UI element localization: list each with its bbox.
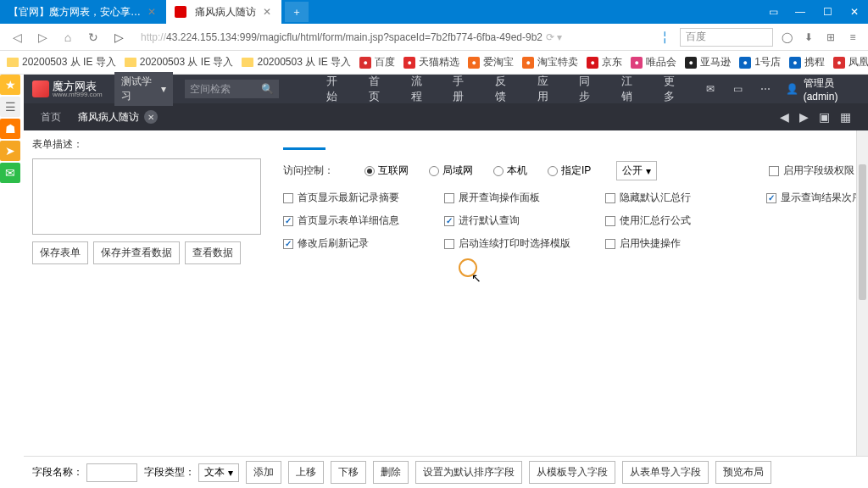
view-data-button[interactable]: 查看数据 [185, 241, 241, 264]
bookmark-item[interactable]: 20200503 从 IE 导入 [7, 55, 116, 69]
browser-tab-0[interactable]: 【官网】魔方网表，安心享… ✕ [0, 0, 166, 24]
layout-a-icon[interactable]: ▣ [819, 110, 830, 124]
subtab-form[interactable]: 痛风病人随访 ✕ [78, 103, 158, 130]
next-icon[interactable]: ▶ [799, 110, 809, 124]
bookmark-item[interactable]: ●唯品会 [631, 55, 676, 69]
nav-item[interactable]: 江销 [611, 75, 650, 103]
url-input[interactable]: http:// 43.224.155.134:999/magicflu/html… [134, 28, 649, 47]
chat-icon[interactable]: ⋯ [759, 81, 772, 97]
grid-icon[interactable]: ⊞ [822, 29, 839, 46]
window-note-icon[interactable]: ▭ [760, 0, 787, 24]
stop-icon[interactable]: ▷ [108, 27, 129, 47]
access-radio[interactable]: 指定IP [548, 164, 591, 178]
access-radio[interactable]: 局域网 [429, 164, 473, 178]
footer-button[interactable]: 上移 [288, 461, 324, 484]
vertical-scrollbar[interactable] [856, 130, 868, 456]
option-checkbox[interactable]: 首页显示最新记录摘要 [283, 191, 427, 205]
bookmark-item[interactable]: ●京东 [587, 55, 622, 69]
site-icon: ● [403, 57, 415, 69]
footer-button[interactable]: 设置为默认排序字段 [415, 461, 522, 484]
weibo-icon[interactable]: ➤ [0, 141, 20, 161]
option-checkbox[interactable]: 展开查询操作面板 [444, 191, 588, 205]
prev-icon[interactable]: ◀ [780, 110, 789, 124]
chat-icon[interactable]: ✉ [0, 163, 20, 183]
option-checkbox[interactable]: 使用汇总行公式 [605, 214, 749, 228]
download-icon[interactable]: ⬇ [800, 29, 817, 46]
field-perm-checkbox[interactable]: 启用字段级权限 [769, 164, 854, 178]
close-icon[interactable]: ✕ [146, 6, 158, 18]
nav-item[interactable]: 流程 [401, 75, 440, 103]
admin-menu[interactable]: 👤 管理员(admin) [786, 76, 860, 103]
footer-button[interactable]: 从模板导入字段 [529, 461, 615, 484]
site-icon: ● [631, 57, 643, 69]
option-checkbox[interactable]: 启用快捷操作 [605, 236, 749, 251]
access-radio[interactable]: 本机 [493, 164, 527, 178]
space-search-input[interactable]: 空间检索 🔍 [185, 80, 279, 98]
new-tab-button[interactable]: ＋ [285, 2, 309, 22]
search-icon[interactable]: 🔍 [261, 83, 274, 95]
bookmark-item[interactable]: ●亚马逊 [685, 55, 731, 69]
window-close-icon[interactable]: ✕ [841, 0, 868, 24]
footer-button[interactable]: 添加 [246, 461, 281, 484]
home-icon[interactable]: ⌂ [58, 27, 78, 47]
save-view-button[interactable]: 保存并查看数据 [93, 241, 180, 264]
rss-icon[interactable]: ☗ [0, 119, 20, 139]
option-checkbox[interactable]: 启动连续打印时选择模版 [444, 236, 588, 251]
window-minimize-icon[interactable]: — [787, 0, 814, 24]
footer-button[interactable]: 下移 [331, 461, 366, 484]
bookmark-item[interactable]: ●1号店 [739, 55, 781, 69]
star-icon[interactable]: ★ [0, 75, 20, 95]
url-actions[interactable]: ⟳ ▾ [546, 31, 562, 43]
user-icon[interactable]: ◯ [778, 29, 795, 46]
mode-select[interactable]: 测试学习▾ [114, 72, 173, 106]
radio-icon [429, 166, 439, 176]
nav-item[interactable]: 同步 [569, 75, 608, 103]
bookmark-item[interactable]: 20200503 从 IE 导入 [125, 55, 234, 69]
browser-tab-1[interactable]: 痛风病人随访 ✕ [166, 0, 281, 24]
nav-item[interactable]: 更多 [654, 75, 693, 103]
footer-button[interactable]: 从表单导入字段 [622, 461, 709, 484]
browser-search-input[interactable]: 百度 [680, 28, 773, 47]
nav-item[interactable]: 首页 [359, 75, 398, 103]
bookmark-item[interactable]: 20200503 从 IE 导入 [242, 55, 351, 69]
reload-icon[interactable]: ↻ [83, 27, 103, 47]
bookmark-item[interactable]: ●爱淘宝 [468, 55, 514, 69]
save-form-button[interactable]: 保存表单 [32, 241, 88, 264]
checkbox-icon [444, 216, 454, 226]
bookmark-item[interactable]: ●凤凰 [833, 55, 868, 69]
menu-icon[interactable]: ≡ [844, 29, 861, 46]
option-checkbox[interactable]: 显示查询结果次序 [766, 191, 868, 205]
bookmark-item[interactable]: ●天猫精选 [403, 55, 459, 69]
close-icon[interactable]: ✕ [261, 6, 273, 18]
field-type-select[interactable]: 文本 ▾ [198, 463, 239, 482]
scrollbar-thumb[interactable] [859, 164, 866, 300]
option-checkbox[interactable]: 首页显示表单详细信息 [283, 214, 427, 228]
tab-active-indicator[interactable] [283, 137, 326, 150]
nav-item[interactable]: 开始 [316, 75, 355, 103]
nav-item[interactable]: 反馈 [485, 75, 524, 103]
bookmark-item[interactable]: ●淘宝特卖 [522, 55, 578, 69]
subtab-home[interactable]: 首页 [41, 103, 61, 130]
nav-item[interactable]: 手册 [442, 75, 481, 103]
nav-item[interactable]: 应用 [527, 75, 566, 103]
option-checkbox[interactable]: 进行默认查询 [444, 214, 588, 228]
logo[interactable]: 魔方网表 www.mf999.com [32, 80, 103, 98]
footer-button[interactable]: 预览布局 [715, 461, 771, 484]
close-icon[interactable]: ✕ [144, 110, 158, 124]
back-icon[interactable]: ◁ [7, 27, 27, 47]
window-maximize-icon[interactable]: ☐ [814, 0, 841, 24]
option-checkbox[interactable]: 隐藏默认汇总行 [605, 191, 749, 205]
footer-button[interactable]: 删除 [373, 461, 409, 484]
mail-icon[interactable]: ✉ [704, 81, 717, 97]
desc-textarea[interactable] [32, 158, 261, 235]
layout-b-icon[interactable]: ▦ [840, 110, 851, 124]
access-radio[interactable]: 互联网 [364, 164, 409, 178]
forward-icon[interactable]: ▷ [32, 27, 53, 47]
option-checkbox[interactable]: 修改后刷新记录 [283, 236, 427, 251]
visibility-select[interactable]: 公开 ▾ [616, 161, 657, 180]
field-name-input[interactable] [86, 463, 137, 482]
bookmark-item[interactable]: ●百度 [359, 55, 395, 69]
menu-icon[interactable]: ☰ [0, 97, 20, 117]
bookmark-item[interactable]: ●携程 [789, 55, 825, 69]
window-icon[interactable]: ▭ [732, 81, 745, 97]
